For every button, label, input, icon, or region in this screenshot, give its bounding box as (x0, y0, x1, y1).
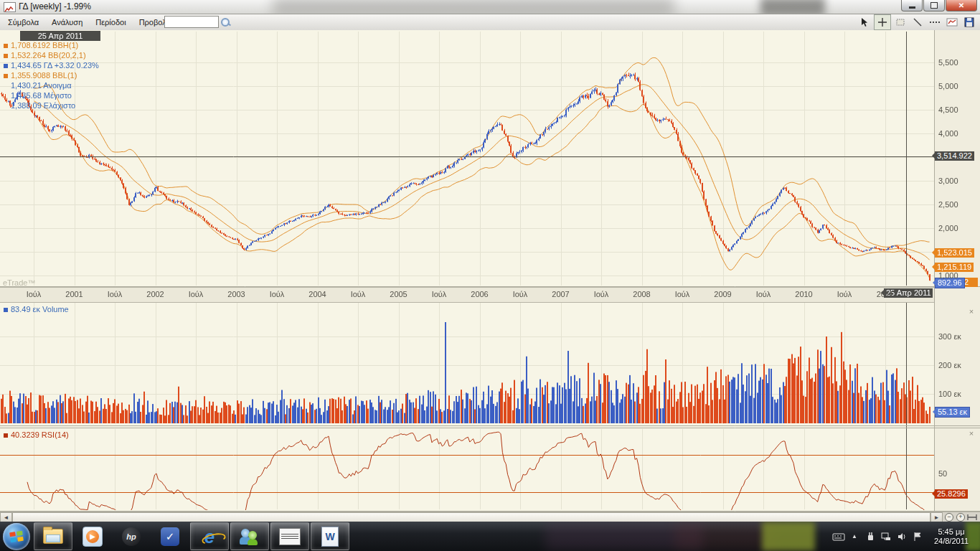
menu-symbols[interactable]: Σύμβολα (1, 14, 45, 30)
x-axis-label: 2002 (146, 290, 164, 298)
volume-axis-tick: 300 εκ (938, 332, 961, 341)
chart-labels-layer: 25 Απρ 2011 1,708.6192 BBH(1) 1,532.264 … (0, 30, 980, 512)
rsi-legend: 40.3239 RSI(14) (4, 430, 69, 439)
taskbar: ▶ hp ✓ e W ▲ (0, 522, 980, 551)
taskbar-media-player-button[interactable]: ▶ (74, 523, 111, 550)
x-axis-label: Ιούλ (27, 290, 42, 298)
keyboard-tray-icon[interactable] (831, 529, 847, 544)
restore-button[interactable] (923, 0, 945, 11)
x-axis-label: 2006 (471, 290, 488, 298)
action-center-flag-icon[interactable] (910, 529, 925, 544)
legend-open: 1,430.21 Ανοιγμα (4, 81, 72, 90)
save-tool-icon[interactable] (961, 15, 977, 29)
utility-app-icon (279, 528, 301, 545)
aero-glass-blur-dark (760, 0, 825, 14)
zoom-in-button[interactable]: + (956, 512, 966, 522)
x-axis-label: Ιούλ (594, 290, 609, 298)
crosshair-tool-icon[interactable] (874, 14, 891, 30)
legend-symbol: 1,434.65 ΓΔ +3.32 0.23% (4, 61, 99, 70)
wallpaper-blur (674, 522, 775, 551)
x-axis-label: 2009 (714, 290, 731, 298)
x-axis-label: Ιούλ (351, 290, 366, 298)
legend-bbh: 1,708.6192 BBH(1) (4, 41, 78, 50)
taskbar-internet-explorer-button[interactable]: e (190, 522, 229, 550)
x-axis-label: 2003 (227, 290, 245, 298)
x-axis-label: 2004 (308, 290, 326, 298)
volume-panel-close-icon[interactable]: × (967, 307, 976, 316)
menu-periods[interactable]: Περίοδοι (89, 14, 132, 30)
wallpaper-blur (762, 522, 815, 551)
price-axis-tick: 5,000 (938, 82, 958, 90)
rsi-axis-tick: 50 (938, 469, 947, 478)
pointer-tool-icon[interactable] (857, 15, 872, 29)
legend-marker (4, 54, 8, 58)
legend-marker (4, 308, 8, 312)
x-axis-label: 2005 (390, 290, 407, 298)
legend-bb: 1,532.264 BB(20,2,1) (4, 51, 86, 60)
taskbar-word-button[interactable]: W (311, 522, 349, 550)
aero-glass-blur (273, 0, 674, 14)
start-button[interactable] (3, 523, 30, 550)
tray-clock[interactable]: 5:45 μμ 24/8/2011 (927, 527, 976, 546)
explorer-folder-icon (43, 529, 63, 544)
dashed-line-tool-icon[interactable] (927, 15, 943, 29)
clock-date: 24/8/2011 (927, 537, 976, 546)
x-axis-label: 2008 (633, 290, 650, 298)
legend-low: 1,388.09 Ελάχιστο (4, 101, 75, 110)
window-title: ΓΔ [weekly] -1.99% (19, 1, 91, 11)
price-axis-tick: 4,500 (938, 105, 958, 114)
price-axis-tick: 1,000 (938, 271, 958, 280)
x-axis-label: Ιούλ (513, 290, 528, 298)
volume-badge: 55.13 εκ (935, 407, 970, 418)
taskbar-hp-button[interactable]: hp (113, 523, 150, 550)
legend-marker (4, 44, 8, 48)
zoom-range-button[interactable] (967, 512, 977, 522)
x-axis-label: Ιούλ (837, 290, 852, 298)
screen: ΓΔ [weekly] -1.99% ✕ Σύμβολα Ανάλυση Περ… (0, 0, 980, 551)
clock-time: 5:45 μμ (927, 527, 976, 537)
close-button[interactable]: ✕ (946, 0, 977, 11)
legend-bbl: 1,355.9088 BBL(1) (4, 71, 77, 80)
x-axis-label: Ιούλ (432, 290, 447, 298)
network-tray-icon[interactable] (878, 529, 894, 544)
x-axis-label: 2011 (877, 290, 894, 298)
show-hidden-icons-button[interactable]: ▲ (847, 529, 862, 544)
taskbar-utility-app-button[interactable] (270, 522, 309, 550)
chart-style-tool-icon[interactable] (944, 15, 960, 29)
legend-marker (4, 64, 8, 68)
messenger-icon (240, 527, 260, 546)
speaker-tray-icon[interactable] (894, 529, 910, 544)
rsi-badge: 25.8296 (935, 489, 968, 499)
app-chart-icon (4, 2, 16, 12)
volume-legend: 83.49 εκ Volume (4, 305, 69, 314)
internet-explorer-icon: e (204, 527, 215, 546)
legend-high: 1,435.68 Μέγιστο (4, 91, 72, 100)
menu-analysis[interactable]: Ανάλυση (45, 14, 89, 30)
taskbar-explorer-button[interactable] (34, 522, 72, 550)
price-axis-tick: 5,500 (938, 58, 958, 67)
x-axis-label: Ιούλ (108, 290, 123, 298)
taskbar-messenger-button[interactable] (230, 522, 269, 550)
price-axis-tick: 4,000 (938, 129, 958, 138)
hp-icon: hp (122, 527, 141, 546)
search-icon[interactable] (220, 17, 230, 27)
checkmark-app-icon: ✓ (161, 527, 179, 546)
zoom-out-button[interactable]: − (944, 512, 954, 522)
price-axis-tick: 3,000 (938, 176, 958, 185)
symbol-search-input[interactable] (164, 16, 219, 28)
taskbar-checkmark-app-button[interactable]: ✓ (151, 523, 189, 550)
x-axis-label: 2010 (795, 290, 812, 298)
title-bar: ΓΔ [weekly] -1.99% ✕ (0, 0, 980, 14)
x-axis-label: Ιούλ (270, 290, 285, 298)
region-tool-icon[interactable] (892, 15, 908, 29)
horizontal-scrollbar: ◄ ► − + (0, 512, 980, 522)
bb-upper-badge: 1,523.015 (935, 248, 974, 258)
rsi-panel-close-icon[interactable]: × (967, 429, 976, 438)
power-plug-tray-icon[interactable] (862, 529, 878, 544)
volume-axis-tick: 100 εκ (938, 390, 961, 398)
legend-marker (4, 74, 8, 78)
legend-marker (4, 433, 8, 438)
trendline-tool-icon[interactable] (910, 15, 925, 29)
minimize-button[interactable] (901, 0, 923, 11)
crosshair-date-tooltip: 25 Απρ 2011 (20, 31, 100, 41)
